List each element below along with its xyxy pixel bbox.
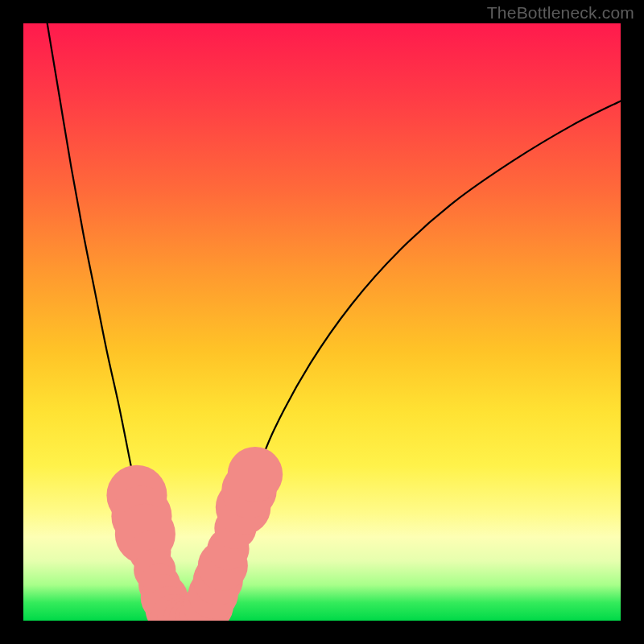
data-marker	[228, 447, 283, 502]
marker-group	[106, 447, 283, 621]
watermark-text: TheBottleneck.com	[487, 3, 634, 23]
plot-area	[23, 23, 621, 621]
chart-frame: TheBottleneck.com	[0, 0, 644, 644]
chart-svg	[23, 23, 621, 621]
